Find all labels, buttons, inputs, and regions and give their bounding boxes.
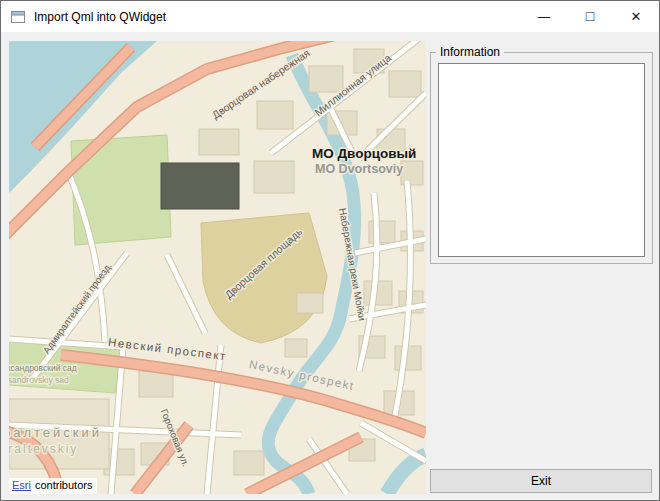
maximize-button[interactable]: □ bbox=[567, 1, 613, 32]
close-icon: ✕ bbox=[631, 9, 642, 24]
window-title: Import Qml into QWidget bbox=[34, 10, 166, 24]
app-icon bbox=[10, 9, 26, 25]
map-attribution: Esricontributors bbox=[9, 478, 97, 494]
map-view[interactable]: Дворцовая набережная Миллионная улица МО… bbox=[9, 41, 426, 494]
map-label-mo-dvortsoviy-lat: MO Dvortsoviy bbox=[315, 162, 403, 176]
map-label-alexandrovsky-cyr: лександровский сад bbox=[9, 363, 77, 373]
information-textedit[interactable] bbox=[438, 63, 645, 257]
minimize-icon: — bbox=[538, 10, 550, 24]
map-label-mo-dvortsovy: МО Дворцовый bbox=[312, 146, 416, 161]
app-window: Import Qml into QWidget — □ ✕ bbox=[0, 0, 660, 501]
exit-button[interactable]: Exit bbox=[430, 469, 652, 493]
attribution-text: contributors bbox=[35, 479, 92, 491]
window-controls: — □ ✕ bbox=[521, 1, 659, 32]
map-label-admiralty-big-cyr: ралтейский bbox=[9, 425, 102, 440]
maximize-icon: □ bbox=[586, 8, 594, 24]
minimize-button[interactable]: — bbox=[521, 1, 567, 32]
map-label-alexandrovsky-lat: leksandrovskiy sad bbox=[9, 375, 69, 385]
map-label-admiralty-big-lat: Iraltevskiy bbox=[9, 442, 78, 456]
information-groupbox: Information bbox=[430, 52, 653, 264]
esri-attribution-link[interactable]: Esri bbox=[12, 479, 31, 491]
titlebar: Import Qml into QWidget — □ ✕ bbox=[1, 1, 659, 32]
close-button[interactable]: ✕ bbox=[613, 1, 659, 32]
information-groupbox-title: Information bbox=[436, 45, 504, 59]
